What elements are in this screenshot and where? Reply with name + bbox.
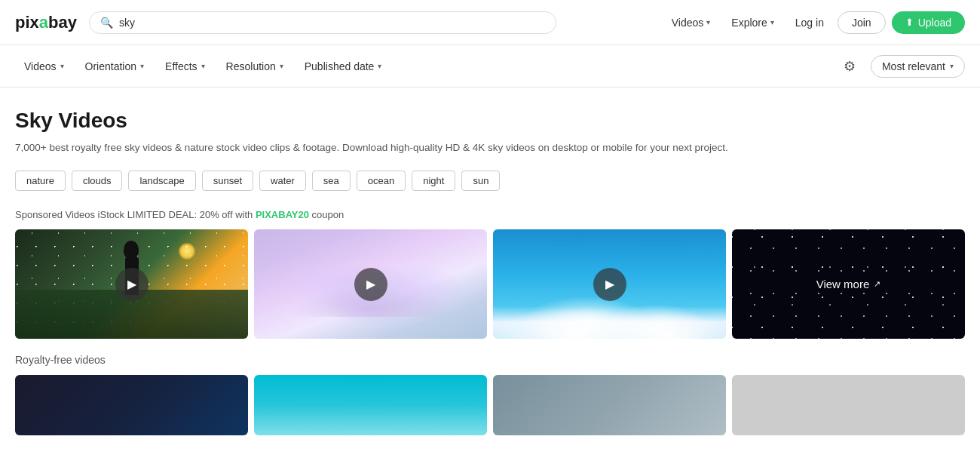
search-input[interactable] (119, 17, 545, 29)
upload-button[interactable]: ⬆ Upload (892, 11, 965, 34)
chevron-down-icon: ▾ (770, 18, 774, 26)
filter-bar-right: ⚙ Most relevant ▾ (838, 55, 965, 78)
play-icon: ▶ (605, 277, 614, 291)
sort-button[interactable]: Most relevant ▾ (871, 55, 965, 78)
page-title: Sky Videos (15, 109, 965, 133)
settings-button[interactable]: ⚙ (838, 55, 862, 78)
view-more-text: View more ↗ (816, 278, 881, 290)
login-button[interactable]: Log in (788, 12, 831, 33)
external-link-icon: ↗ (874, 279, 880, 289)
sponsored-label: Sponsored Videos iStock LIMITED DEAL: 20… (15, 209, 965, 220)
header: pixabay 🔍 Videos ▾ Explore ▾ Log in Join… (0, 0, 980, 45)
chevron-down-icon: ▾ (378, 62, 381, 70)
page-description: 7,000+ best royalty free sky videos & na… (15, 140, 965, 155)
chevron-down-icon: ▾ (706, 18, 710, 26)
royalty-free-label: Royalty-free videos (15, 354, 965, 366)
main-content: Sky Videos 7,000+ best royalty free sky … (0, 88, 980, 435)
view-more-overlay: View more ↗ (732, 229, 965, 339)
filter-effects-button[interactable]: Effects ▾ (156, 56, 214, 77)
filter-bar: Videos ▾ Orientation ▾ Effects ▾ Resolut… (0, 45, 980, 88)
header-nav: Videos ▾ Explore ▾ Log in Join ⬆ Upload (664, 11, 965, 34)
tag-nature[interactable]: nature (15, 171, 66, 191)
tag-sea[interactable]: sea (312, 171, 351, 191)
play-button-1[interactable]: ▶ (115, 268, 149, 301)
tag-night[interactable]: night (412, 171, 455, 191)
tag-water[interactable]: water (259, 171, 306, 191)
chevron-down-icon: ▾ (140, 62, 144, 70)
strip-card-3[interactable] (493, 375, 726, 435)
search-icon: 🔍 (100, 17, 113, 29)
video-card-1[interactable]: ▶ (15, 229, 248, 339)
strip-card-2[interactable] (254, 375, 487, 435)
chevron-down-icon: ▾ (60, 62, 64, 70)
filter-resolution-button[interactable]: Resolution ▾ (217, 56, 292, 77)
tag-ocean[interactable]: ocean (357, 171, 406, 191)
tag-sun[interactable]: sun (461, 171, 500, 191)
strip-card-4[interactable] (732, 375, 965, 435)
strip-card-1[interactable] (15, 375, 248, 435)
coupon-link[interactable]: PIXABAY20 (256, 209, 309, 220)
chevron-down-icon: ▾ (950, 62, 954, 70)
tag-sunset[interactable]: sunset (202, 171, 253, 191)
tag-landscape[interactable]: landscape (128, 171, 195, 191)
play-button-2[interactable]: ▶ (354, 268, 387, 301)
logo[interactable]: pixabay (15, 13, 77, 32)
upload-icon: ⬆ (905, 17, 914, 28)
royalty-free-video-strip (15, 375, 965, 435)
play-button-3[interactable]: ▶ (593, 268, 626, 301)
filter-videos-button[interactable]: Videos ▾ (15, 56, 73, 77)
video-card-3[interactable]: ▶ (493, 229, 726, 339)
tags-container: nature clouds landscape sunset water sea… (15, 171, 965, 191)
join-button[interactable]: Join (838, 11, 886, 34)
video-card-2[interactable]: ▶ (254, 229, 487, 339)
chevron-down-icon: ▾ (201, 62, 205, 70)
play-icon: ▶ (366, 277, 375, 291)
search-bar: 🔍 (89, 11, 556, 34)
tag-clouds[interactable]: clouds (72, 171, 123, 191)
play-icon: ▶ (127, 277, 136, 291)
video-card-4[interactable]: View more ↗ (732, 229, 965, 339)
filter-orientation-button[interactable]: Orientation ▾ (76, 56, 153, 77)
chevron-down-icon: ▾ (280, 62, 283, 70)
explore-nav-button[interactable]: Explore ▾ (724, 12, 781, 33)
sponsored-video-grid: ▶ ▶ ▶ (15, 229, 965, 339)
videos-nav-button[interactable]: Videos ▾ (664, 12, 718, 33)
filter-published-date-button[interactable]: Published date ▾ (296, 56, 391, 77)
